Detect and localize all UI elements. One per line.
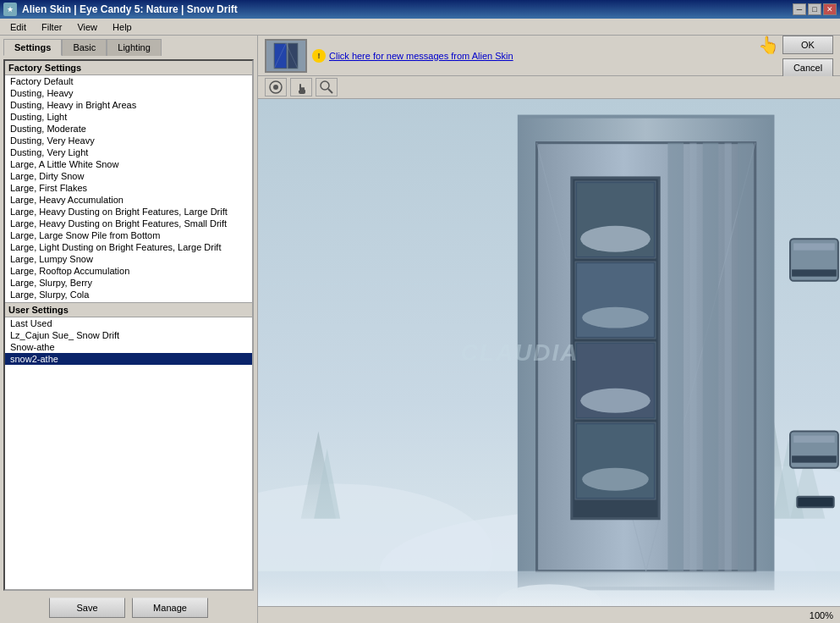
svg-point-6 [273,85,278,90]
list-item[interactable]: Large, Large Snow Pile from Bottom [5,229,252,241]
list-item[interactable]: Dusting, Heavy [5,87,252,99]
zoom-tool-icon[interactable] [316,78,338,96]
svg-line-8 [328,89,332,93]
list-item-selected[interactable]: snow2-athe [5,353,252,365]
preview-background: CLAUDIA [258,99,840,606]
list-item[interactable]: Snow-athe [5,341,252,353]
list-item[interactable]: Large, A Little White Snow [5,158,252,170]
top-toolbar: ! Click here for new messages from Alien… [258,36,840,76]
list-item[interactable]: Factory Default [5,75,252,87]
menu-bar: Edit Filter View Help [0,19,840,36]
svg-rect-2 [288,43,298,68]
app-icon: ★ [3,3,17,16]
list-item[interactable]: Large, Lumpy Snow [5,253,252,265]
svg-rect-42 [792,269,837,276]
bottom-buttons: Save Manage [3,594,254,620]
hand-tool-icon[interactable] [290,78,312,96]
message-area: ! Click here for new messages from Alien… [312,49,753,63]
factory-settings-header: Factory Settings [5,61,252,75]
list-item[interactable]: Large, Slurpy, Berry [5,277,252,289]
svg-rect-48 [258,571,840,606]
ok-cancel-area: 👆 OK Cancel [758,35,833,77]
settings-list: Factory Settings Factory Default Dusting… [3,59,254,591]
left-panel: Settings Basic Lighting Factory Settings… [0,36,258,623]
ok-button-row: 👆 OK [758,35,833,55]
save-button[interactable]: Save [49,598,125,618]
svg-rect-46 [797,497,833,507]
pointer-icon: 👆 [758,35,779,55]
svg-rect-41 [793,243,835,250]
list-item[interactable]: Last Used [5,317,252,329]
main-container: Settings Basic Lighting Factory Settings… [0,36,840,623]
svg-rect-37 [703,143,719,571]
list-item[interactable]: Large, First Flakes [5,182,252,194]
maximize-button[interactable]: □ [808,3,821,15]
svg-point-32 [580,389,651,413]
list-item[interactable]: Dusting, Moderate [5,123,252,135]
preview-thumbnail [265,39,307,73]
tab-lighting[interactable]: Lighting [107,39,162,56]
svg-rect-35 [667,143,684,571]
title-bar: ★ Alien Skin | Eye Candy 5: Nature | Sno… [0,0,840,19]
tab-bar: Settings Basic Lighting [3,39,254,56]
user-settings-header: User Settings [5,303,252,317]
list-item[interactable]: Large, Rooftop Accumulation [5,265,252,277]
tab-basic[interactable]: Basic [62,39,107,56]
menu-edit[interactable]: Edit [3,20,33,34]
list-item[interactable]: Large, Heavy Dusting on Bright Features,… [5,218,252,229]
svg-rect-44 [793,436,835,443]
list-item[interactable]: Large, Slurpy, Cola [5,289,252,300]
tool-row [258,76,840,99]
list-item[interactable]: Large, Light Dusting on Bright Features,… [5,241,252,253]
right-panel: ! Click here for new messages from Alien… [258,36,840,623]
svg-point-34 [582,468,648,491]
tab-settings[interactable]: Settings [3,39,62,56]
move-tool-icon[interactable] [265,78,287,96]
list-item[interactable]: Large, Heavy Dusting on Bright Features,… [5,206,252,218]
message-link[interactable]: Click here for new messages from Alien S… [329,51,513,61]
zoom-level: 100% [810,610,833,620]
close-button[interactable]: ✕ [823,3,837,15]
minimize-button[interactable]: ─ [793,3,806,15]
cancel-button[interactable]: Cancel [782,58,833,77]
message-icon: ! [312,49,326,63]
status-bar: 100% [258,606,840,623]
preview-svg [258,99,840,606]
list-item[interactable]: Large, Dirty Snow [5,170,252,182]
svg-point-28 [580,226,651,252]
svg-rect-39 [738,143,754,571]
list-item[interactable]: Large, Heavy Accumulation [5,194,252,206]
ok-button[interactable]: OK [782,36,833,54]
manage-button[interactable]: Manage [132,598,208,618]
svg-rect-38 [725,143,732,571]
window-controls: ─ □ ✕ [793,3,837,15]
list-item[interactable]: Dusting, Light [5,111,252,123]
list-item[interactable]: Lz_Cajun Sue_ Snow Drift [5,329,252,341]
preview-area: CLAUDIA [258,99,840,606]
svg-rect-45 [792,455,837,462]
list-item[interactable]: Dusting, Very Light [5,146,252,158]
title-bar-text: Alien Skin | Eye Candy 5: Nature | Snow … [22,3,238,15]
menu-help[interactable]: Help [106,20,139,34]
list-item[interactable]: Dusting, Heavy in Bright Areas [5,99,252,111]
svg-point-7 [321,81,329,90]
svg-rect-36 [689,143,696,571]
user-settings-section: User Settings Last Used Lz_Cajun Sue_ Sn… [5,302,252,365]
list-item[interactable]: Dusting, Very Heavy [5,135,252,146]
svg-point-30 [582,307,648,328]
menu-view[interactable]: View [70,20,104,34]
menu-filter[interactable]: Filter [35,20,69,34]
